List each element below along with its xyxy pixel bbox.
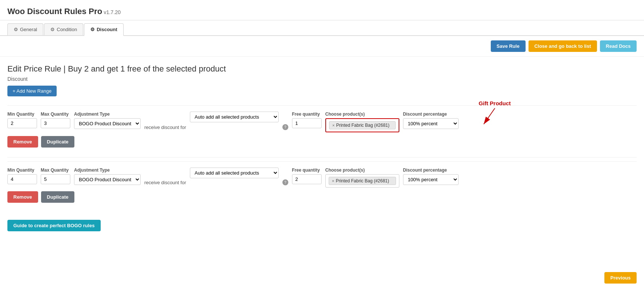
min-qty-group-1: Min Quantity xyxy=(7,112,37,128)
product-tag-2[interactable]: × Printed Fabric Bag (#2681) xyxy=(329,177,396,185)
help-icon-1[interactable]: ? xyxy=(282,124,288,130)
max-qty-group-1: Max Quantity xyxy=(41,112,70,128)
section-label: Discount xyxy=(7,76,637,82)
product-tag-label-1: Printed Fabric Bag (#2681) xyxy=(336,123,389,128)
svg-line-1 xyxy=(484,108,495,124)
top-bar: Woo Discount Rules Pro v1.7.20 xyxy=(0,0,644,20)
discount-pct-label-1: Discount percentage xyxy=(403,112,459,117)
min-qty-label-2: Min Quantity xyxy=(7,168,37,173)
duplicate-button-2[interactable]: Duplicate xyxy=(41,191,75,203)
free-qty-label-2: Free quantity xyxy=(292,168,322,173)
max-qty-label-2: Max Quantity xyxy=(41,168,70,173)
max-qty-group-2: Max Quantity xyxy=(41,168,70,184)
bottom-section: Guide to create perfect BOGO rules xyxy=(7,216,637,231)
general-icon: ⚙ xyxy=(14,27,18,32)
auto-add-group-1: Auto add all selected products Auto add … xyxy=(190,112,279,122)
receive-text-2: receive discount for xyxy=(144,180,186,188)
adjustment-type-label-1: Adjustment Type xyxy=(74,112,141,117)
add-range-button[interactable]: + Add New Range xyxy=(7,86,57,96)
product-tag-label-2: Printed Fabric Bag (#2681) xyxy=(336,178,389,183)
close-list-button[interactable]: Close and go back to list xyxy=(529,40,597,52)
discount-pct-select-1[interactable]: 100% percent xyxy=(403,118,459,129)
free-qty-group-1: Free quantity xyxy=(292,112,322,128)
save-rule-button[interactable]: Save Rule xyxy=(491,40,526,52)
range-separator xyxy=(7,157,637,158)
duplicate-button-1[interactable]: Duplicate xyxy=(41,136,75,148)
max-qty-input-1[interactable] xyxy=(41,118,70,128)
help-icon-2[interactable]: ? xyxy=(282,179,288,185)
range-row-1: Min Quantity Max Quantity Adjustment Typ… xyxy=(7,112,637,132)
tab-discount-label: Discount xyxy=(97,27,117,32)
auto-add-select-2[interactable]: Auto add all selected products Auto add … xyxy=(190,168,279,178)
choose-products-label-2: Choose product(s) xyxy=(325,168,399,173)
guide-button[interactable]: Guide to create perfect BOGO rules xyxy=(7,220,101,231)
remove-button-1[interactable]: Remove xyxy=(7,136,38,148)
toolbar: Save Rule Close and go back to list Read… xyxy=(0,36,644,57)
adjustment-type-select-1[interactable]: BOGO Product Discount xyxy=(74,118,141,129)
adjustment-type-group-1: Adjustment Type BOGO Product Discount xyxy=(74,112,141,129)
tabs-bar: ⚙ General ⚙ Condition ⚙ Discount xyxy=(0,20,644,36)
auto-add-group-2: Auto add all selected products Auto add … xyxy=(190,168,279,178)
main-content: Edit Price Rule | Buy 2 and get 1 free o… xyxy=(0,57,644,239)
read-docs-button[interactable]: Read Docs xyxy=(600,40,637,52)
adjustment-type-group-2: Adjustment Type BOGO Product Discount xyxy=(74,168,141,185)
app-version: v1.7.20 xyxy=(104,9,121,15)
max-qty-label-1: Max Quantity xyxy=(41,112,70,117)
choose-products-group-1: Choose product(s) × Printed Fabric Bag (… xyxy=(325,112,399,132)
free-qty-group-2: Free quantity xyxy=(292,168,322,184)
discount-icon: ⚙ xyxy=(90,27,95,32)
discount-pct-select-2[interactable]: 100% percent xyxy=(403,174,459,185)
min-qty-label-1: Min Quantity xyxy=(7,112,37,117)
action-btns-1: Remove Duplicate xyxy=(7,136,637,148)
min-qty-input-2[interactable] xyxy=(7,174,37,184)
range-block-2: Min Quantity Max Quantity Adjustment Typ… xyxy=(7,161,637,209)
gift-label: Gift Product xyxy=(479,100,511,106)
gift-arrow xyxy=(480,106,510,127)
choose-products-label-1: Choose product(s) xyxy=(325,112,399,117)
tab-condition-label: Condition xyxy=(57,27,77,32)
tab-general-label: General xyxy=(20,27,37,32)
choose-products-box-1[interactable]: × Printed Fabric Bag (#2681) xyxy=(325,118,399,132)
min-qty-group-2: Min Quantity xyxy=(7,168,37,184)
free-qty-input-2[interactable] xyxy=(292,174,322,184)
remove-button-2[interactable]: Remove xyxy=(7,191,38,203)
adjustment-type-select-2[interactable]: BOGO Product Discount xyxy=(74,174,141,185)
free-qty-input-1[interactable] xyxy=(292,118,322,128)
product-tag-remove-1[interactable]: × xyxy=(332,123,335,128)
adjustment-type-label-2: Adjustment Type xyxy=(74,168,141,173)
choose-products-group-2: Choose product(s) × Printed Fabric Bag (… xyxy=(325,168,399,188)
product-tag-1[interactable]: × Printed Fabric Bag (#2681) xyxy=(329,121,396,129)
min-qty-input-1[interactable] xyxy=(7,118,37,128)
tab-condition[interactable]: ⚙ Condition xyxy=(44,23,83,35)
action-btns-2: Remove Duplicate xyxy=(7,191,637,203)
range-block-1: Min Quantity Max Quantity Adjustment Typ… xyxy=(7,105,637,153)
range-row-2: Min Quantity Max Quantity Adjustment Typ… xyxy=(7,168,637,188)
page-title: Edit Price Rule | Buy 2 and get 1 free o… xyxy=(7,64,637,74)
free-qty-label-1: Free quantity xyxy=(292,112,322,117)
discount-pct-group-2: Discount percentage 100% percent xyxy=(403,168,459,185)
tab-general[interactable]: ⚙ General xyxy=(7,23,43,35)
discount-pct-label-2: Discount percentage xyxy=(403,168,459,173)
product-tag-remove-2[interactable]: × xyxy=(332,179,334,183)
discount-pct-group-1: Discount percentage 100% percent xyxy=(403,112,459,129)
max-qty-input-2[interactable] xyxy=(41,174,70,184)
receive-text-1: receive discount for xyxy=(144,125,186,132)
condition-icon: ⚙ xyxy=(50,27,55,32)
auto-add-select-1[interactable]: Auto add all selected products Auto add … xyxy=(190,112,279,122)
tab-discount[interactable]: ⚙ Discount xyxy=(84,23,124,36)
app-title: Woo Discount Rules Pro xyxy=(7,7,102,16)
choose-products-box-2[interactable]: × Printed Fabric Bag (#2681) xyxy=(325,174,399,188)
